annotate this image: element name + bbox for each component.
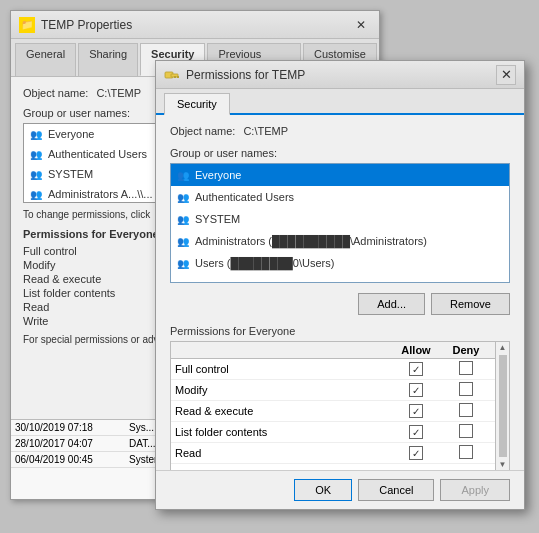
fg-close-button[interactable]: ✕: [496, 65, 516, 85]
fg-titlebar: Permissions for TEMP ✕: [156, 61, 524, 89]
scroll-thumb[interactable]: [499, 355, 507, 457]
perm-allow[interactable]: [391, 425, 441, 439]
deny-checkbox[interactable]: [459, 382, 473, 396]
perms-col-allow: Allow: [391, 344, 441, 356]
fg-user-item-users[interactable]: 👥 Users (████████0\Users): [171, 252, 509, 274]
perm-row-read: Read: [171, 443, 509, 464]
tab-sharing[interactable]: Sharing: [78, 43, 138, 76]
fg-user-item-system[interactable]: 👥 SYSTEM: [171, 208, 509, 230]
fg-object-label: Object name:: [170, 125, 235, 137]
table-cell: 30/10/2019 07:18: [15, 422, 125, 433]
user-icon: 👥: [28, 126, 44, 142]
perm-name: Modify: [175, 384, 391, 396]
table-cell: DAT...: [129, 438, 155, 449]
fg-perms-label: Permissions for Everyone: [170, 325, 510, 337]
perms-header: Allow Deny: [171, 342, 509, 359]
user-icon: 👥: [28, 166, 44, 182]
fg-user-item-administrators[interactable]: 👥 Administrators (██████████\Administrat…: [171, 230, 509, 252]
fg-object-row: Object name: C:\TEMP: [170, 125, 510, 137]
perm-deny[interactable]: [441, 445, 491, 461]
fg-user-list[interactable]: 👥 Everyone 👥 Authenticated Users 👥 SYSTE…: [170, 163, 510, 283]
fg-user-item-everyone[interactable]: 👥 Everyone: [171, 164, 509, 186]
perm-deny[interactable]: [441, 424, 491, 440]
bg-window-title: TEMP Properties: [41, 18, 351, 32]
user-name: Administrators (██████████\Administrator…: [195, 235, 427, 247]
deny-checkbox[interactable]: [459, 361, 473, 375]
tab-general[interactable]: General: [15, 43, 76, 76]
deny-checkbox[interactable]: [459, 424, 473, 438]
svg-rect-3: [177, 76, 179, 78]
bg-folder-icon: 📁: [19, 17, 35, 33]
scroll-up-icon[interactable]: ▲: [498, 342, 508, 353]
perm-deny[interactable]: [441, 382, 491, 398]
user-name: Users (████████0\Users): [195, 257, 334, 269]
user-icon: 👥: [28, 146, 44, 162]
perm-row-list-folder: List folder contents: [171, 422, 509, 443]
fg-user-item-authenticated[interactable]: 👥 Authenticated Users: [171, 186, 509, 208]
remove-button[interactable]: Remove: [431, 293, 510, 315]
fg-tabs: Security: [156, 89, 524, 115]
user-name: SYSTEM: [48, 168, 93, 180]
deny-checkbox[interactable]: [459, 403, 473, 417]
svg-rect-2: [174, 76, 176, 78]
fg-group-label: Group or user names:: [170, 147, 510, 159]
permissions-section: Allow Deny Full control Modify Read & ex…: [170, 341, 510, 471]
perm-allow[interactable]: [391, 362, 441, 376]
allow-checkbox[interactable]: [409, 383, 423, 397]
fg-tab-security[interactable]: Security: [164, 93, 230, 115]
table-cell: 28/10/2017 04:07: [15, 438, 125, 449]
apply-button[interactable]: Apply: [440, 479, 510, 501]
deny-checkbox[interactable]: [459, 445, 473, 459]
cancel-button[interactable]: Cancel: [358, 479, 434, 501]
perm-row-modify: Modify: [171, 380, 509, 401]
perm-deny[interactable]: [441, 403, 491, 419]
user-name: Authenticated Users: [48, 148, 147, 160]
fg-dialog-title: Permissions for TEMP: [186, 68, 496, 82]
user-name: Administrators A...\\...: [48, 188, 153, 200]
perm-name: Read: [175, 447, 391, 459]
user-name: Authenticated Users: [195, 191, 294, 203]
perm-name: Read & execute: [175, 405, 391, 417]
user-name: Everyone: [48, 128, 94, 140]
perm-row-fullcontrol: Full control: [171, 359, 509, 380]
table-cell: 06/04/2019 00:45: [15, 454, 125, 465]
user-icon: 👥: [175, 255, 191, 271]
fg-key-icon: [164, 68, 180, 82]
perm-row-read-execute: Read & execute: [171, 401, 509, 422]
user-icon: 👥: [28, 186, 44, 202]
perm-name: Full control: [175, 363, 391, 375]
perm-name: List folder contents: [175, 426, 391, 438]
allow-checkbox[interactable]: [409, 446, 423, 460]
fg-action-buttons: Add... Remove: [170, 293, 510, 315]
fg-content: Object name: C:\TEMP Group or user names…: [156, 115, 524, 481]
perms-col-name: [175, 344, 391, 356]
user-icon: 👥: [175, 167, 191, 183]
fg-object-value: C:\TEMP: [243, 125, 288, 137]
user-name: SYSTEM: [195, 213, 240, 225]
user-name: Everyone: [195, 169, 241, 181]
scroll-down-icon[interactable]: ▼: [498, 459, 508, 470]
user-icon: 👥: [175, 189, 191, 205]
user-icon: 👥: [175, 233, 191, 249]
allow-checkbox[interactable]: [409, 362, 423, 376]
bg-titlebar: 📁 TEMP Properties ✕: [11, 11, 379, 39]
perms-col-deny: Deny: [441, 344, 491, 356]
bg-object-value: C:\TEMP: [96, 87, 141, 99]
table-cell: Sys...: [129, 422, 154, 433]
perm-allow[interactable]: [391, 446, 441, 460]
ok-button[interactable]: OK: [294, 479, 352, 501]
allow-checkbox[interactable]: [409, 425, 423, 439]
allow-checkbox[interactable]: [409, 404, 423, 418]
perm-deny[interactable]: [441, 361, 491, 377]
fg-permissions-dialog: Permissions for TEMP ✕ Security Object n…: [155, 60, 525, 510]
bg-close-icon[interactable]: ✕: [351, 15, 371, 35]
perm-allow[interactable]: [391, 404, 441, 418]
add-button[interactable]: Add...: [358, 293, 425, 315]
fg-footer: OK Cancel Apply: [156, 470, 524, 509]
scrollbar[interactable]: ▲ ▼: [495, 342, 509, 470]
perm-allow[interactable]: [391, 383, 441, 397]
bg-object-label: Object name:: [23, 87, 88, 99]
user-icon: 👥: [175, 211, 191, 227]
